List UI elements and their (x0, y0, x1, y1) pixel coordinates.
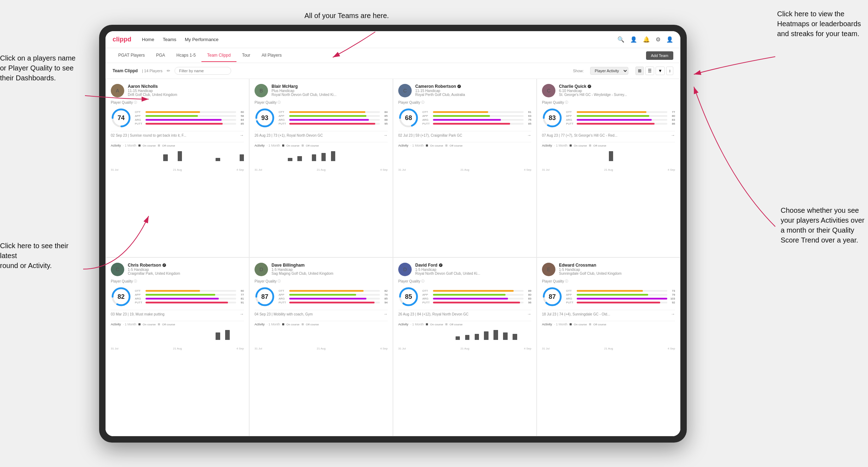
player-name[interactable]: Chris Robertson ✓ (128, 263, 244, 268)
player-avatar[interactable]: D (398, 263, 412, 276)
stat-value: 83 (669, 118, 675, 121)
latest-round[interactable]: 04 Sep 23 | Mobility with coach, Gym → (255, 310, 388, 318)
bar-fill (289, 115, 366, 117)
chart-bars-container (542, 328, 675, 345)
stat-row: ARG 85 (279, 297, 388, 300)
bar-track (289, 302, 380, 303)
activity-header: Activity · 1 Month On course Off course (111, 142, 244, 148)
on-course-dot (570, 323, 572, 325)
stat-row: OTT 77 (566, 110, 675, 114)
bar-track (145, 115, 236, 117)
player-name[interactable]: Cameron Robertson ✓ (415, 84, 531, 89)
player-avatar[interactable]: E (542, 263, 555, 276)
bar-fill (577, 115, 649, 117)
nav-teams[interactable]: Teams (163, 35, 176, 44)
off-course-dot (445, 144, 447, 147)
quality-ring[interactable]: 82 (111, 286, 131, 307)
bar-track (145, 290, 236, 292)
tab-pgat-players[interactable]: PGAT Players (113, 49, 150, 62)
quality-ring[interactable]: 74 (111, 108, 131, 128)
quality-score: 87 (261, 293, 268, 301)
bar-fill (433, 111, 488, 113)
bell-icon[interactable]: 🔔 (643, 36, 650, 43)
nav-home[interactable]: Home (142, 35, 154, 44)
player-avatar[interactable]: D (255, 263, 268, 276)
latest-round[interactable]: 03 Mar 23 | 19, Must make putting → (111, 310, 244, 318)
stat-row: ARG 75 (422, 118, 531, 121)
player-name[interactable]: Aaron Nicholls (128, 84, 244, 89)
person-icon[interactable]: 👤 (630, 36, 637, 43)
date-end: 4 Sep (668, 347, 675, 350)
player-name[interactable]: Charlie Quick ✓ (559, 84, 675, 89)
chart-bar (503, 332, 507, 340)
app-logo[interactable]: clippd (113, 36, 131, 43)
nav-my-performance[interactable]: My Performance (185, 35, 218, 44)
quality-ring[interactable]: 83 (542, 108, 563, 128)
player-avatar[interactable]: B (255, 84, 268, 97)
latest-round[interactable]: 07 Aug 23 | 77 (+7), St George's Hill GC… (542, 131, 675, 139)
show-select[interactable]: Player Activity (590, 67, 628, 75)
tab-team-clippd[interactable]: Team Clippd (201, 49, 236, 62)
quality-ring[interactable]: 87 (542, 286, 563, 307)
activity-header: Activity · 1 Month On course Off course (398, 321, 531, 327)
stat-label: PUTT (279, 301, 288, 304)
chart-bar (312, 154, 316, 161)
round-arrow: → (671, 133, 675, 138)
verified-badge: ✓ (588, 85, 591, 88)
player-name[interactable]: Dave Billingham (272, 263, 388, 268)
tab-hcaps[interactable]: Hcaps 1-5 (171, 49, 201, 62)
stat-value: 60 (238, 110, 244, 114)
quality-ring[interactable]: 68 (398, 108, 419, 128)
chart-dates: 31 Jul 21 Aug 4 Sep (255, 168, 388, 171)
filter-view-button[interactable]: ▼ (656, 67, 665, 75)
player-handicap: 1-5 Handicap (128, 268, 244, 272)
chart-bars-container (255, 328, 388, 345)
quality-ring[interactable]: 87 (255, 286, 275, 307)
player-avatar[interactable]: C (398, 84, 412, 97)
grid-view-button[interactable]: ⊞ (635, 67, 644, 75)
chart-bar (178, 151, 182, 161)
quality-ring[interactable]: 93 (255, 108, 275, 128)
player-name[interactable]: David Ford ✓ (415, 263, 531, 268)
quality-ring[interactable]: 85 (398, 286, 419, 307)
stat-row: OTT 82 (279, 289, 388, 292)
latest-round[interactable]: 02 Jul 23 | 59 (+17), Craigmillar Park G… (398, 131, 531, 139)
player-avatar[interactable]: C (542, 84, 555, 97)
activity-chart (398, 327, 531, 346)
chart-bar (216, 332, 220, 340)
latest-round[interactable]: 18 Jul 23 | 74 (+4), Sunningdale GC - Ol… (542, 310, 675, 318)
player-avatar[interactable]: C (111, 263, 124, 276)
player-info: Dave Billingham 1-5 Handicap Sag Maging … (272, 263, 388, 275)
list-view-button[interactable]: ☰ (645, 67, 654, 75)
round-arrow: → (240, 312, 244, 317)
latest-round[interactable]: 26 Aug 23 | 73 (+1), Royal North Devon G… (255, 131, 388, 139)
bar-fill (433, 123, 510, 125)
chart-dates: 31 Jul 21 Aug 4 Sep (542, 347, 675, 350)
latest-round[interactable]: 02 Sep 23 | Sunrise round to get back in… (111, 131, 244, 139)
quality-bars: OTT 89 APP 80 ARG 83 PUTT 9 (422, 289, 531, 304)
sort-view-button[interactable]: ↕ (666, 67, 673, 75)
tab-all-players[interactable]: All Players (256, 49, 287, 62)
player-avatar[interactable]: A (111, 84, 124, 97)
stat-value: 63 (525, 114, 531, 118)
add-team-button[interactable]: Add Team (646, 51, 673, 60)
stat-label: OTT (279, 110, 288, 114)
settings-icon[interactable]: ⚙ (656, 36, 661, 43)
bar-fill (289, 111, 365, 113)
bar-track (145, 119, 236, 121)
tab-pga[interactable]: PGA (150, 49, 171, 62)
avatar-icon[interactable]: 👤 (666, 36, 673, 43)
stat-row: PUTT 85 (422, 122, 531, 125)
edit-icon[interactable]: ✏ (167, 68, 170, 73)
stat-label: OTT (135, 289, 144, 292)
search-icon[interactable]: 🔍 (617, 36, 624, 43)
on-course-label: On course (286, 323, 299, 326)
player-name[interactable]: Blair McHarg (272, 84, 388, 89)
stat-label: OTT (422, 289, 432, 292)
filter-input[interactable] (175, 67, 231, 75)
tab-tour[interactable]: Tour (236, 49, 256, 62)
bar-track (145, 298, 236, 300)
stat-value: 83 (525, 297, 531, 300)
player-name[interactable]: Edward Crossman (559, 263, 675, 268)
latest-round[interactable]: 26 Aug 23 | 84 (+12), Royal North Devon … (398, 310, 531, 318)
